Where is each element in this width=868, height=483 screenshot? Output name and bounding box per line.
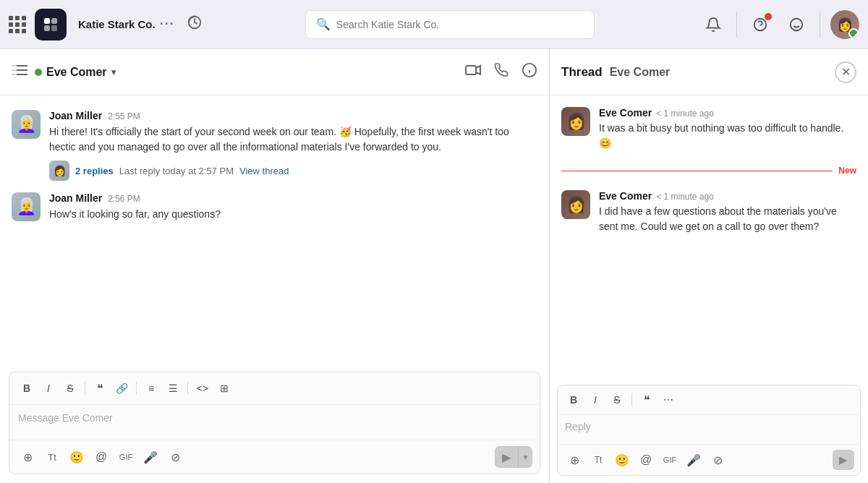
mic-button[interactable]: 🎤 xyxy=(140,446,161,468)
thread-panel: Thread Eve Comer ✕ 👩 Eve Comer < 1 minut… xyxy=(550,49,868,483)
mention-button[interactable]: @ xyxy=(90,446,112,468)
search-bar[interactable]: 🔍 xyxy=(305,10,595,39)
emoji-icon[interactable] xyxy=(783,12,809,38)
thread-quote-button[interactable]: ❝ xyxy=(637,390,657,410)
link-button[interactable]: 🔗 xyxy=(111,378,132,398)
workspace-name[interactable]: Katie Stark Co. ··· xyxy=(78,17,175,32)
nav-divider xyxy=(736,12,737,38)
thread-message-text: I did have a few questions about the mat… xyxy=(599,204,856,234)
thread-more-button[interactable]: ⋯ xyxy=(658,390,678,410)
online-status-dot xyxy=(35,69,42,76)
toolbar-separator xyxy=(631,393,632,406)
svg-rect-2 xyxy=(51,18,57,24)
svg-rect-0 xyxy=(44,18,50,24)
text-format-button[interactable]: Tt xyxy=(41,446,63,468)
thread-gif-button[interactable]: GIF xyxy=(659,449,681,471)
thread-message-content: Eve Comer < 1 minute ago I did have a fe… xyxy=(599,190,856,234)
apps-grid-icon[interactable] xyxy=(9,16,26,33)
thread-italic-button[interactable]: I xyxy=(585,390,605,410)
thread-message-content: Eve Comer < 1 minute ago It was a bit bu… xyxy=(599,107,856,151)
channel-dropdown-icon[interactable]: ▾ xyxy=(111,67,116,77)
thread-text-format-button[interactable]: Tt xyxy=(587,449,609,471)
channel-name-label: Eve Comer xyxy=(46,66,107,79)
messages-area: 👩‍🦳 Joan Miller 2:55 PM Hi there! It's o… xyxy=(0,95,549,363)
send-button-group: ▶ ▼ xyxy=(495,446,532,468)
message-group: 👩‍🦳 Joan Miller 2:55 PM Hi there! It's o… xyxy=(12,110,537,181)
thread-mic-button[interactable]: 🎤 xyxy=(683,449,705,471)
channel-header: Eve Comer ▾ xyxy=(0,49,549,95)
thread-messages-area: 👩 Eve Comer < 1 minute ago It was a bit … xyxy=(550,95,868,377)
editor-toolbar: B I S ❝ 🔗 ≡ ☰ <> ⊞ xyxy=(9,372,540,405)
reply-avatar-image: 👩 xyxy=(49,161,69,181)
channel-name[interactable]: Eve Comer ▾ xyxy=(35,66,116,79)
workspace-label: Katie Stark Co. xyxy=(78,18,156,30)
search-input[interactable] xyxy=(336,19,584,30)
history-icon[interactable] xyxy=(187,14,203,34)
avatar-image: 👩‍🦳 xyxy=(12,192,41,221)
message-composer: B I S ❝ 🔗 ≡ ☰ <> ⊞ Message Eve Comer ⊕ T… xyxy=(9,372,540,474)
thread-close-button[interactable]: ✕ xyxy=(835,61,856,83)
svg-rect-1 xyxy=(44,25,50,31)
replies-link[interactable]: 2 replies xyxy=(75,166,114,176)
video-call-icon[interactable] xyxy=(465,64,481,80)
thread-reply-input[interactable]: Reply xyxy=(558,415,860,444)
thread-shortcuts-button[interactable]: ⊘ xyxy=(707,449,728,471)
main-content: Eve Comer ▾ xyxy=(0,49,868,483)
thread-message-author: Eve Comer xyxy=(599,190,652,202)
message-header: Joan Miller 2:56 PM xyxy=(49,192,537,204)
quote-button[interactable]: ❝ xyxy=(90,378,110,398)
thread-avatar-image: 👩 xyxy=(566,195,586,214)
bold-button[interactable]: B xyxy=(17,378,37,398)
thread-add-button[interactable]: ⊕ xyxy=(563,449,585,471)
gif-button[interactable]: GIF xyxy=(115,446,137,468)
svg-rect-3 xyxy=(51,25,57,31)
strikethrough-button[interactable]: S xyxy=(60,378,80,398)
message-content: Joan Miller 2:56 PM How's it looking so … xyxy=(49,192,537,222)
view-thread-link[interactable]: View thread xyxy=(239,166,289,176)
workspace-menu-icon[interactable]: ··· xyxy=(160,17,175,32)
toolbar-separator xyxy=(187,382,188,395)
topnav: Katie Stark Co. ··· 🔍 xyxy=(0,0,868,49)
message-text: Hi there! It's officially the start of y… xyxy=(49,124,537,155)
thread-editor-toolbar: B I S ❝ ⋯ xyxy=(558,385,860,415)
replies-meta: Last reply today at 2:57 PM xyxy=(119,166,234,176)
shortcuts-button[interactable]: ⊘ xyxy=(164,446,186,468)
notifications-icon[interactable] xyxy=(700,12,726,38)
code-button[interactable]: <> xyxy=(192,378,213,398)
message-input[interactable]: Message Eve Comer xyxy=(9,405,540,440)
unordered-list-button[interactable]: ☰ xyxy=(163,378,183,398)
workspace-logo[interactable] xyxy=(35,9,67,40)
thread-message-author: Eve Comer xyxy=(599,107,652,119)
phone-call-icon[interactable] xyxy=(494,63,509,81)
thread-person-label: Eve Comer xyxy=(610,66,671,79)
svg-rect-13 xyxy=(12,64,17,77)
message-time: 2:55 PM xyxy=(108,111,140,121)
thread-mention-button[interactable]: @ xyxy=(635,449,657,471)
send-dropdown-button[interactable]: ▼ xyxy=(518,446,532,468)
message-author: Joan Miller xyxy=(49,192,102,204)
avatar: 👩‍🦳 xyxy=(12,110,41,139)
user-avatar[interactable]: 👩 xyxy=(830,10,859,39)
thread-message: 👩 Eve Comer < 1 minute ago I did have a … xyxy=(561,190,856,234)
thread-send-button[interactable]: ▶ xyxy=(833,450,854,470)
thread-emoji-button[interactable]: 🙂 xyxy=(611,449,633,471)
new-messages-divider: New xyxy=(561,166,856,176)
new-badge-label: New xyxy=(838,166,856,176)
nav-divider-2 xyxy=(820,12,820,38)
thread-strikethrough-button[interactable]: S xyxy=(607,390,627,410)
thread-header: Thread Eve Comer ✕ xyxy=(550,49,868,95)
message-time: 2:56 PM xyxy=(108,194,140,204)
search-icon: 🔍 xyxy=(316,17,331,31)
ordered-list-button[interactable]: ≡ xyxy=(141,378,161,398)
thread-bold-button[interactable]: B xyxy=(563,390,584,410)
help-icon[interactable] xyxy=(747,12,773,38)
add-attachment-button[interactable]: ⊕ xyxy=(17,446,38,468)
thread-avatar-image: 👩 xyxy=(566,112,586,131)
info-icon[interactable] xyxy=(522,62,537,82)
sidebar-toggle-icon[interactable] xyxy=(12,64,27,80)
send-button[interactable]: ▶ xyxy=(495,446,518,468)
code-block-button[interactable]: ⊞ xyxy=(214,378,234,398)
italic-button[interactable]: I xyxy=(38,378,59,398)
emoji-button[interactable]: 🙂 xyxy=(66,446,88,468)
message-content: Joan Miller 2:55 PM Hi there! It's offic… xyxy=(49,110,537,181)
